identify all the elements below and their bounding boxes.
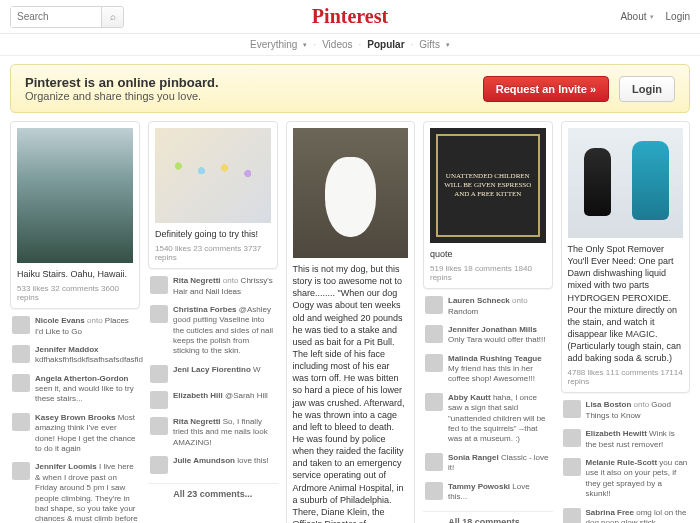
- comment-text: Jennifer Jonathan Mills Only Tara would …: [448, 325, 551, 346]
- comment: Malinda Rushing Teague My friend has thi…: [423, 350, 553, 389]
- comment-text: Jennifer Maddox kdfhaksfhflsdkflsafhsafs…: [35, 345, 143, 366]
- comment-text: Elizabeth Hewitt Wink is the best rust r…: [586, 429, 689, 450]
- avatar[interactable]: [425, 393, 443, 411]
- avatar[interactable]: [563, 429, 581, 447]
- comment: Lauren Schneck onto Random: [423, 292, 553, 321]
- about-link[interactable]: About▾: [620, 11, 653, 22]
- pin[interactable]: Definitely going to try this! 1540 likes…: [148, 121, 278, 269]
- banner-login-button[interactable]: Login: [619, 76, 675, 102]
- all-comments-link[interactable]: All 18 comments...: [423, 511, 553, 523]
- comment-text: Rita Negretti So, I finally tried this a…: [173, 417, 276, 448]
- pin[interactable]: Haiku Stairs. Oahu, Hawaii. 533 likes 32…: [10, 121, 140, 309]
- avatar[interactable]: [563, 458, 581, 476]
- comment: Kasey Brown Brooks Most amazing think I'…: [10, 409, 140, 459]
- login-link[interactable]: Login: [666, 11, 690, 22]
- search-icon: ⌕: [110, 11, 116, 22]
- pin-image[interactable]: [568, 128, 684, 238]
- pin-stats: 533 likes 32 comments 3600 repins: [17, 284, 133, 302]
- cat-videos[interactable]: Videos: [322, 39, 352, 50]
- avatar[interactable]: [563, 508, 581, 523]
- cat-popular[interactable]: Popular: [367, 39, 404, 50]
- avatar[interactable]: [425, 325, 443, 343]
- avatar[interactable]: [12, 345, 30, 363]
- comment-text: Kasey Brown Brooks Most amazing think I'…: [35, 413, 138, 455]
- pin-desc: Definitely going to try this!: [155, 228, 271, 240]
- comment-text: Nicole Evans onto Places I'd Like to Go: [35, 316, 138, 337]
- pin-image[interactable]: [17, 128, 133, 263]
- top-right-nav: About▾ Login: [620, 11, 690, 22]
- avatar[interactable]: [12, 413, 30, 431]
- comment: Jennifer Jonathan Mills Only Tara would …: [423, 321, 553, 350]
- pin-image[interactable]: [293, 128, 409, 258]
- comment-text: Angela Atherton-Gordon seen it, and woul…: [35, 374, 138, 405]
- avatar[interactable]: [425, 296, 443, 314]
- pin-stats: 4788 likes 111 comments 17114 repins: [568, 368, 684, 386]
- column: UNATTENDED CHILDREN WILL BE GIVEN ESPRES…: [423, 121, 553, 523]
- column: Definitely going to try this! 1540 likes…: [148, 121, 278, 504]
- comment: Elizabeth Hill @Sarah Hill: [148, 387, 278, 413]
- avatar[interactable]: [150, 391, 168, 409]
- avatar[interactable]: [150, 305, 168, 323]
- avatar[interactable]: [150, 365, 168, 383]
- comment-text: Sabrina Free omg lol on the dog poop glo…: [586, 508, 689, 523]
- pin[interactable]: UNATTENDED CHILDREN WILL BE GIVEN ESPRES…: [423, 121, 553, 289]
- avatar[interactable]: [425, 354, 443, 372]
- cat-everything[interactable]: Everything: [250, 39, 297, 50]
- comment-text: Jeni Lacy Fiorentino W: [173, 365, 261, 383]
- column: Haiku Stairs. Oahu, Hawaii. 533 likes 32…: [10, 121, 140, 523]
- search-button[interactable]: ⌕: [101, 7, 123, 27]
- comment-text: Sonia Rangel Classic - love it!: [448, 453, 551, 474]
- avatar[interactable]: [12, 374, 30, 392]
- comment: Jennifer Loomis I live here & when I dro…: [10, 458, 140, 523]
- avatar[interactable]: [425, 453, 443, 471]
- pin-stats: 519 likes 18 comments 1840 repins: [430, 264, 546, 282]
- avatar[interactable]: [12, 316, 30, 334]
- search-wrap: ⌕: [10, 6, 124, 28]
- category-bar: Everything▾ · Videos · Popular · Gifts▾: [0, 34, 700, 56]
- banner-text: Pinterest is an online pinboard. Organiz…: [25, 75, 473, 102]
- comment-text: Tammy Powoski Love this...: [448, 482, 551, 503]
- pin[interactable]: The Only Spot Remover You'll Ever Need: …: [561, 121, 691, 393]
- pin[interactable]: This is not my dog, but this story is to…: [286, 121, 416, 523]
- request-invite-button[interactable]: Request an Invite »: [483, 76, 609, 102]
- all-comments-link[interactable]: All 23 comments...: [148, 483, 278, 504]
- cat-gifts[interactable]: Gifts: [419, 39, 440, 50]
- comment-text: Jennifer Loomis I live here & when I dro…: [35, 462, 138, 523]
- pin-stats: 1540 likes 23 comments 3737 repins: [155, 244, 271, 262]
- comment: Rita Negretti onto Chrissy's Hair and Na…: [148, 272, 278, 301]
- comment: Tammy Powoski Love this...: [423, 478, 553, 507]
- column: The Only Spot Remover You'll Ever Need: …: [561, 121, 691, 523]
- comment: Sabrina Free omg lol on the dog poop glo…: [561, 504, 691, 523]
- comment-text: Rita Negretti onto Chrissy's Hair and Na…: [173, 276, 276, 297]
- comment: Rita Negretti So, I finally tried this a…: [148, 413, 278, 452]
- pin-image[interactable]: UNATTENDED CHILDREN WILL BE GIVEN ESPRES…: [430, 128, 546, 243]
- banner-subtitle: Organize and share things you love.: [25, 90, 473, 102]
- logo[interactable]: Pinterest: [312, 5, 388, 28]
- comment: Abby Kautt haha, I once saw a sign that …: [423, 389, 553, 449]
- comment: Julie Amundson love this!: [148, 452, 278, 478]
- comment-text: Melanie Rule-Scott you can use it also o…: [586, 458, 689, 500]
- cat-gifts-chev: ▾: [446, 41, 450, 49]
- search-input[interactable]: [11, 7, 101, 27]
- comment: Angela Atherton-Gordon seen it, and woul…: [10, 370, 140, 409]
- pin-grid: Haiku Stairs. Oahu, Hawaii. 533 likes 32…: [0, 121, 700, 523]
- avatar[interactable]: [12, 462, 30, 480]
- comment-text: Christina Forbes @Ashley good putting Va…: [173, 305, 276, 357]
- avatar[interactable]: [150, 276, 168, 294]
- avatar[interactable]: [563, 400, 581, 418]
- comment-text: Lauren Schneck onto Random: [448, 296, 551, 317]
- comment-text: Julie Amundson love this!: [173, 456, 269, 474]
- signup-banner: Pinterest is an online pinboard. Organiz…: [10, 64, 690, 113]
- chalkboard-text: UNATTENDED CHILDREN WILL BE GIVEN ESPRES…: [436, 134, 540, 237]
- top-bar: ⌕ Pinterest About▾ Login: [0, 0, 700, 34]
- pin-image[interactable]: [155, 128, 271, 223]
- comment-text: Lisa Boston onto Good Things to Know: [586, 400, 689, 421]
- comment-text: Elizabeth Hill @Sarah Hill: [173, 391, 268, 409]
- avatar[interactable]: [425, 482, 443, 500]
- avatar[interactable]: [150, 417, 168, 435]
- pin-desc: This is not my dog, but this story is to…: [293, 263, 409, 523]
- banner-title: Pinterest is an online pinboard.: [25, 75, 473, 90]
- avatar[interactable]: [150, 456, 168, 474]
- pin-desc: The Only Spot Remover You'll Ever Need: …: [568, 243, 684, 364]
- comment-text: Abby Kautt haha, I once saw a sign that …: [448, 393, 551, 445]
